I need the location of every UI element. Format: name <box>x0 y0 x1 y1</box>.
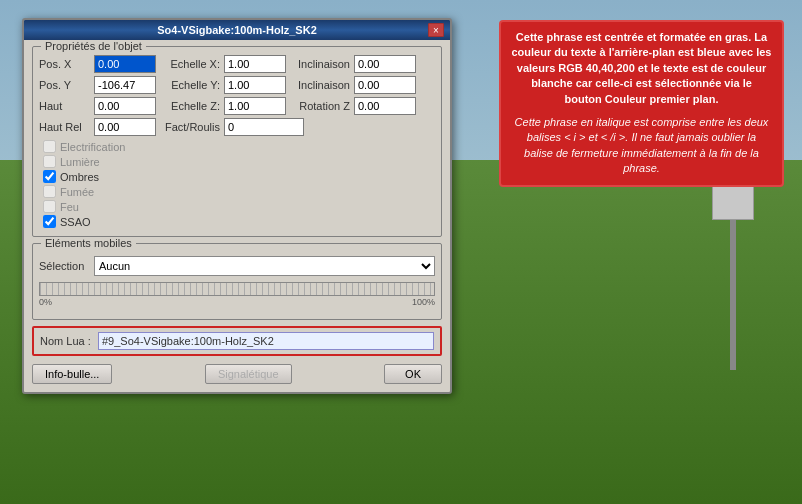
signaletique-button[interactable]: Signalétique <box>205 364 292 384</box>
properties-group-title: Propriétés de l'objet <box>41 40 146 52</box>
checkbox-fumee-label: Fumée <box>60 186 94 198</box>
checkbox-feu-label: Feu <box>60 201 79 213</box>
selection-label: Sélection <box>39 260 94 272</box>
checkbox-ombres[interactable] <box>43 170 56 183</box>
nom-lua-row: Nom Lua : <box>32 326 442 356</box>
properties-group: Propriétés de l'objet Pos. X Echelle X: … <box>32 46 442 237</box>
echelle-y-input[interactable] <box>224 76 286 94</box>
slider-area: 0% 100% <box>39 280 435 309</box>
checkboxes-area: Electrification Lumière Ombres Fumée Feu <box>39 140 435 228</box>
rotation-z-input[interactable] <box>354 97 416 115</box>
pos-y-row: Pos. Y Echelle Y: Inclinaison <box>39 76 435 94</box>
checkbox-lumiere-row: Lumière <box>39 155 435 168</box>
pos-x-label: Pos. X <box>39 58 94 70</box>
echelle-x-input[interactable] <box>224 55 286 73</box>
checkbox-electrification[interactable] <box>43 140 56 153</box>
haut-input[interactable] <box>94 97 156 115</box>
haut-rel-row: Haut Rel Fact/Roulis <box>39 118 435 136</box>
haut-rel-label: Haut Rel <box>39 121 94 133</box>
checkbox-ssao-label: SSAO <box>60 216 91 228</box>
dialog-close-button[interactable]: × <box>428 23 444 37</box>
button-row: Info-bulle... Signalétique OK <box>32 362 442 386</box>
elements-mobiles-title: Eléments mobiles <box>41 237 136 249</box>
checkbox-lumiere[interactable] <box>43 155 56 168</box>
haut-row: Haut Echelle Z: Rotation Z <box>39 97 435 115</box>
fact-roulis-input[interactable] <box>224 118 304 136</box>
pos-y-label: Pos. Y <box>39 79 94 91</box>
nom-lua-label: Nom Lua : <box>40 335 98 347</box>
pos-x-row: Pos. X Echelle X: Inclinaison <box>39 55 435 73</box>
checkbox-ssao[interactable] <box>43 215 56 228</box>
tooltip-main-text: Cette phrase est centrée et formatée en … <box>511 30 772 107</box>
checkbox-feu-row: Feu <box>39 200 435 213</box>
pos-y-input[interactable] <box>94 76 156 94</box>
dialog-body: Propriétés de l'objet Pos. X Echelle X: … <box>24 40 450 392</box>
nom-lua-input[interactable] <box>98 332 434 350</box>
haut-label: Haut <box>39 100 94 112</box>
slider-start-label: 0% <box>39 297 52 307</box>
slider-end-label: 100% <box>412 297 435 307</box>
checkbox-electrification-label: Electrification <box>60 141 125 153</box>
fact-roulis-label: Fact/Roulis <box>156 121 224 133</box>
echelle-z-label: Echelle Z: <box>156 100 224 112</box>
slider-track[interactable] <box>39 282 435 296</box>
echelle-z-input[interactable] <box>224 97 286 115</box>
dialog-title: So4-VSigbake:100m-Holz_SK2 <box>157 24 317 36</box>
selection-row: Sélection Aucun <box>39 256 435 276</box>
inclinaison1-input[interactable] <box>354 55 416 73</box>
checkbox-feu[interactable] <box>43 200 56 213</box>
dialog-titlebar: So4-VSigbake:100m-Holz_SK2 × <box>24 20 450 40</box>
haut-rel-input[interactable] <box>94 118 156 136</box>
echelle-x-label: Echelle X: <box>156 58 224 70</box>
selection-dropdown[interactable]: Aucun <box>94 256 435 276</box>
checkbox-lumiere-label: Lumière <box>60 156 100 168</box>
inclinaison2-label: Inclinaison <box>286 79 354 91</box>
elements-mobiles-group: Eléments mobiles Sélection Aucun 0% 100% <box>32 243 442 320</box>
checkbox-ssao-row: SSAO <box>39 215 435 228</box>
checkbox-ombres-row: Ombres <box>39 170 435 183</box>
checkbox-ombres-label: Ombres <box>60 171 99 183</box>
info-bulle-button[interactable]: Info-bulle... <box>32 364 112 384</box>
inclinaison1-label: Inclinaison <box>286 58 354 70</box>
checkbox-fumee-row: Fumée <box>39 185 435 198</box>
checkbox-fumee[interactable] <box>43 185 56 198</box>
tooltip-box: Cette phrase est centrée et formatée en … <box>499 20 784 187</box>
echelle-y-label: Echelle Y: <box>156 79 224 91</box>
pos-x-input[interactable] <box>94 55 156 73</box>
tooltip-italic-text: Cette phrase en italique est comprise en… <box>511 115 772 177</box>
slider-labels: 0% 100% <box>39 297 435 307</box>
checkbox-electrification-row: Electrification <box>39 140 435 153</box>
rotation-z-label: Rotation Z <box>286 100 354 112</box>
inclinaison2-input[interactable] <box>354 76 416 94</box>
dialog-window: So4-VSigbake:100m-Holz_SK2 × Propriétés … <box>22 18 452 394</box>
ok-button[interactable]: OK <box>384 364 442 384</box>
